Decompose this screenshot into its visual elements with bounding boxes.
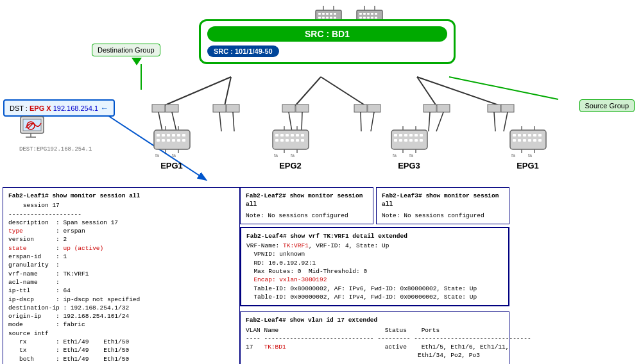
svg-rect-74 [167,134,170,136]
svg-rect-77 [182,134,185,136]
dst-label: DST : [10,104,30,112]
svg-rect-130 [518,134,521,136]
svg-rect-110 [394,134,397,136]
svg-rect-92 [280,134,284,136]
destination-group-arrow [132,58,142,65]
epg-x-label: EPG X [30,104,51,112]
svg-rect-138 [528,139,531,142]
svg-rect-73 [162,134,165,136]
svg-text:fa: fa [274,153,278,158]
svg-rect-79 [162,139,165,142]
svg-rect-11 [226,104,239,112]
svg-rect-135 [513,139,516,142]
svg-text:fa: fa [155,153,159,158]
epg1-right-icon: fa fa [509,125,547,158]
svg-rect-12 [282,104,295,112]
svg-text:fa: fa [528,153,532,158]
svg-rect-54 [371,13,373,15]
monitor-text: DEST:EPG192.168.254.1 [19,146,92,153]
svg-rect-72 [157,134,160,136]
src-bd1-container: SRC : BD1 SRC : 101/1/49-50 [199,19,456,64]
svg-rect-55 [375,13,377,15]
svg-rect-116 [394,139,397,142]
fab2-leaf4-vlan-header: Fab2-Leaf4# show vlan id 17 extended [246,316,504,324]
epg2-icon: fa fa [271,125,310,158]
epg1-right-label: EPG1 [517,161,539,170]
epg1-left-label: EPG1 [160,161,183,170]
svg-rect-139 [533,139,536,142]
svg-line-5 [321,77,366,106]
svg-text:fa: fa [291,153,295,158]
fab2-leaf4-vlan-content: VLAN Name Status Ports ---- ------------… [246,326,504,364]
epg-nodes-container: fa fa EPG1 [112,125,587,170]
svg-rect-37 [322,13,325,15]
svg-rect-52 [363,13,366,15]
svg-rect-96 [301,134,304,136]
svg-rect-36 [318,13,321,15]
fab2-leaf4-vrf-header: Fab2-Leaf4# show vrf TK:VRF1 detail exte… [246,232,503,240]
svg-line-4 [295,77,321,106]
epg-node-3: fa fa EPG3 [377,125,441,170]
svg-rect-119 [409,139,413,142]
fab2-leaf2-session-box: Fab2-Leaf2# show monitor session all Not… [240,187,373,224]
svg-rect-94 [291,134,294,136]
fab2-leaf3-session-note: Note: No sessions configured [382,211,504,220]
svg-rect-82 [177,139,180,142]
svg-rect-10 [213,104,226,112]
svg-line-2 [164,77,231,106]
fab2-leaf4-vrf-content: VRF-Name: TK:VRF1, VRF-ID: 4, State: Up … [246,242,503,301]
svg-rect-56 [359,17,362,19]
src-bd1-label: SRC : BD1 [207,26,447,42]
svg-rect-60 [375,17,377,19]
svg-rect-97 [275,139,278,142]
svg-rect-93 [286,134,289,136]
svg-rect-39 [330,13,332,15]
svg-text:fa: fa [393,153,397,158]
epg1-left-icon: fa fa [153,125,191,158]
svg-rect-57 [363,17,366,19]
svg-rect-91 [275,134,278,136]
svg-rect-9 [166,104,178,112]
svg-rect-101 [296,139,299,142]
svg-rect-18 [488,104,500,112]
fab2-leaf3-session-header: Fab2-Leaf3# show monitor session all [382,192,504,209]
svg-line-6 [417,77,436,106]
ip-address: 192.168.254.1 [51,104,98,112]
svg-rect-115 [420,134,423,136]
svg-rect-111 [399,134,402,136]
svg-rect-113 [409,134,413,136]
svg-rect-80 [167,139,170,142]
fab2-leaf2-session-header: Fab2-Leaf2# show monitor session all [246,192,368,209]
svg-rect-59 [371,17,373,19]
fab2-leaf4-vrf-box: Fab2-Leaf4# show vrf TK:VRF1 detail exte… [240,227,509,306]
source-group-label: Source Group [579,99,635,112]
destination-group-label: Destination Group [92,44,160,56]
epg-node-4: fa fa EPG1 [496,125,560,170]
svg-rect-137 [523,139,526,142]
svg-rect-75 [172,134,175,136]
svg-rect-19 [501,104,514,112]
svg-rect-53 [367,13,370,15]
svg-rect-117 [399,139,402,142]
fab2-leaf1-session-header: Fab2-Leaf1# show monitor session all [8,192,234,200]
svg-rect-78 [157,139,160,142]
epg3-label: EPG3 [398,161,420,170]
epg-node-1: fa fa EPG1 [140,125,204,170]
svg-rect-17 [437,104,450,112]
epg2-label: EPG2 [279,161,302,170]
svg-rect-83 [182,139,185,142]
svg-rect-121 [420,139,423,142]
monitor-icon [19,115,51,144]
fab2-leaf1-session-content: session 17 -------------------- descript… [8,201,234,364]
fab2-leaf4-vlan-box: Fab2-Leaf4# show vlan id 17 extended VLA… [240,311,509,364]
svg-rect-40 [334,13,336,15]
svg-rect-76 [177,134,180,136]
svg-rect-132 [528,134,531,136]
svg-rect-98 [280,139,284,142]
terminal-area: Fab2-Leaf1# show monitor session all ses… [0,185,641,364]
svg-rect-120 [415,139,418,142]
svg-rect-16 [423,104,436,112]
svg-rect-112 [404,134,407,136]
svg-rect-8 [152,104,165,112]
svg-rect-100 [291,139,294,142]
